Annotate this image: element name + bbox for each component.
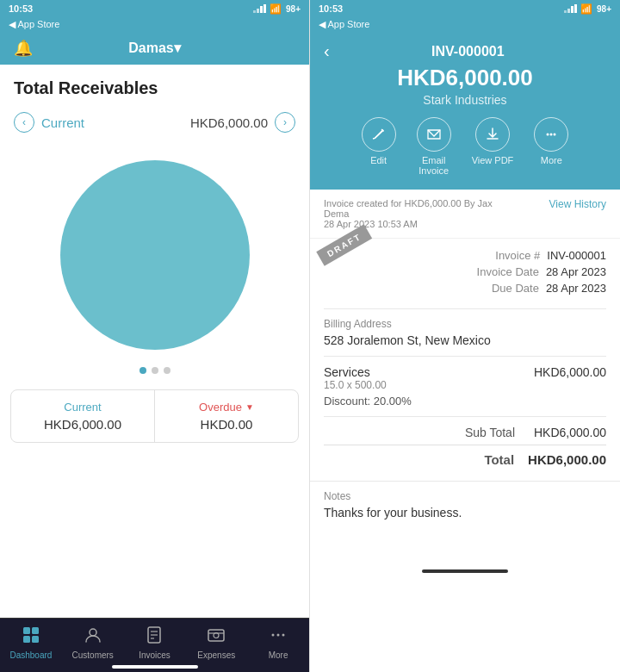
- pie-chart: [60, 160, 250, 350]
- dot-1: [140, 367, 146, 374]
- home-bar-right: [310, 563, 620, 580]
- company-name[interactable]: Damas▾: [128, 40, 180, 56]
- overdue-card[interactable]: Overdue ▼ HKD0.00: [155, 390, 298, 442]
- notes-text: Thanks for your business.: [324, 506, 606, 520]
- line-item-left: Services 15.0 x 500.00: [324, 365, 387, 391]
- summary-cards: Current HKD6,000.00 Overdue ▼ HKD0.00: [10, 389, 299, 443]
- svg-rect-0: [253, 10, 256, 13]
- svg-point-23: [547, 134, 549, 136]
- billing-title: Billing Address: [324, 318, 606, 330]
- svg-rect-22: [574, 4, 577, 13]
- svg-rect-1: [257, 9, 259, 13]
- dot-2: [152, 367, 158, 374]
- home-indicator: [422, 569, 508, 573]
- svg-rect-5: [32, 627, 39, 634]
- grand-total-label: Total: [484, 452, 514, 467]
- svg-rect-20: [567, 9, 570, 13]
- more-action-icon: [534, 117, 568, 152]
- nav-customers-label: Customers: [72, 650, 114, 660]
- invoice-date-value: 28 Apr 2023: [546, 265, 606, 278]
- current-amount: HKD6,000.00: [190, 115, 268, 130]
- left-status-icons: 📶 98+: [253, 3, 301, 15]
- draft-stamp-container: DRAFT: [320, 251, 375, 267]
- invoice-created-note: Invoice created for HKD6,000.00 By Jax D…: [324, 198, 493, 229]
- invoice-id-title: INV-000001: [330, 44, 606, 59]
- svg-rect-4: [23, 627, 30, 634]
- bottom-spacer: [310, 528, 620, 563]
- invoice-number-label: Invoice #: [495, 249, 540, 262]
- overdue-card-amount: HKD0.00: [165, 417, 288, 432]
- grand-total-amount: HKD6,000.00: [528, 452, 606, 467]
- grand-total-row: Total HKD6,000.00: [324, 445, 606, 467]
- svg-point-18: [282, 634, 285, 637]
- nav-dashboard-label: Dashboard: [9, 650, 52, 660]
- email-icon: [417, 117, 451, 152]
- back-button[interactable]: ‹: [324, 41, 330, 61]
- invoice-header: ‹ INV-000001 HKD6,000.00 Stark Industrie…: [310, 34, 620, 190]
- pie-chart-area: [0, 143, 309, 358]
- left-panel: 10:53 📶 98+ ◀ App Store 🔔 Damas▾ Total R…: [0, 0, 310, 672]
- notes-section: Notes Thanks for your business.: [310, 481, 620, 528]
- left-wifi-icon: 📶: [270, 3, 282, 15]
- right-wifi-icon: 📶: [580, 3, 592, 15]
- prev-arrow[interactable]: ‹: [14, 112, 34, 133]
- line-item-name: Services: [324, 365, 387, 379]
- next-arrow[interactable]: ›: [275, 112, 295, 133]
- right-app-store-bar[interactable]: ◀ App Store: [310, 17, 620, 34]
- nav-expenses[interactable]: Expenses: [185, 619, 247, 672]
- left-time: 10:53: [9, 3, 33, 14]
- left-app-store-bar[interactable]: ◀ App Store: [0, 17, 309, 34]
- customers-icon: [84, 625, 102, 649]
- right-time: 10:53: [319, 3, 343, 14]
- due-date-label: Due Date: [492, 282, 539, 295]
- nav-invoices[interactable]: Invoices: [124, 619, 186, 672]
- current-row-left: ‹ Current: [14, 112, 84, 133]
- dot-3: [164, 367, 170, 374]
- svg-rect-13: [208, 630, 224, 641]
- home-bar-left: [112, 665, 198, 669]
- bell-icon[interactable]: 🔔: [14, 39, 33, 58]
- left-app-store-label: ◀ App Store: [9, 19, 59, 30]
- svg-rect-6: [23, 636, 30, 643]
- current-card-label: Current: [22, 401, 144, 414]
- nav-dashboard[interactable]: Dashboard: [0, 619, 62, 672]
- line-items-section: Services 15.0 x 500.00 HKD6,000.00 Disco…: [310, 357, 620, 416]
- current-amount-area: HKD6,000.00 ›: [190, 112, 295, 133]
- invoice-details-section: DRAFT Invoice # INV-000001 Invoice Date …: [310, 239, 620, 308]
- more-icon: [269, 625, 288, 649]
- current-card[interactable]: Current HKD6,000.00: [11, 390, 155, 442]
- edit-icon: [362, 117, 396, 152]
- svg-rect-7: [32, 636, 39, 643]
- left-nav-header: 🔔 Damas▾: [0, 34, 309, 65]
- overdue-card-label: Overdue ▼: [165, 401, 288, 414]
- left-status-bar: 10:53 📶 98+: [0, 0, 309, 17]
- current-row: ‹ Current HKD6,000.00 ›: [14, 109, 295, 136]
- discount-row: Discount: 20.00%: [324, 395, 606, 408]
- total-receivables-title: Total Receivables: [14, 78, 295, 98]
- more-button[interactable]: More: [534, 117, 568, 176]
- svg-point-24: [550, 134, 553, 136]
- edit-label: Edit: [370, 155, 387, 165]
- email-invoice-button[interactable]: EmailInvoice: [417, 117, 451, 176]
- current-label: Current: [41, 115, 84, 130]
- right-app-store-label: ◀ App Store: [319, 19, 369, 30]
- invoice-date-label: Invoice Date: [477, 265, 539, 278]
- svg-point-25: [554, 134, 556, 136]
- view-pdf-icon: [475, 117, 510, 152]
- nav-customers[interactable]: Customers: [62, 619, 124, 672]
- sub-total-row: Sub Total HKD6,000.00: [324, 426, 606, 439]
- totals-section: Sub Total HKD6,000.00 Total HKD6,000.00: [310, 417, 620, 481]
- right-signal-icon: [564, 4, 578, 13]
- view-history-button[interactable]: View History: [549, 198, 606, 210]
- invoices-icon: [145, 625, 164, 649]
- sub-total-amount: HKD6,000.00: [529, 426, 606, 439]
- view-pdf-label: View PDF: [472, 155, 514, 165]
- invoice-meta-text: Invoice created for HKD6,000.00 By Jax D…: [324, 198, 496, 229]
- total-receivables-section: Total Receivables ‹ Current HKD6,000.00 …: [0, 65, 309, 143]
- nav-more[interactable]: More: [247, 619, 309, 672]
- edit-button[interactable]: Edit: [362, 117, 396, 176]
- billing-address: 528 Joralemon St, New Mexico: [324, 333, 606, 347]
- left-battery: 98+: [286, 4, 301, 14]
- nav-invoices-label: Invoices: [139, 650, 170, 660]
- view-pdf-button[interactable]: View PDF: [472, 117, 514, 176]
